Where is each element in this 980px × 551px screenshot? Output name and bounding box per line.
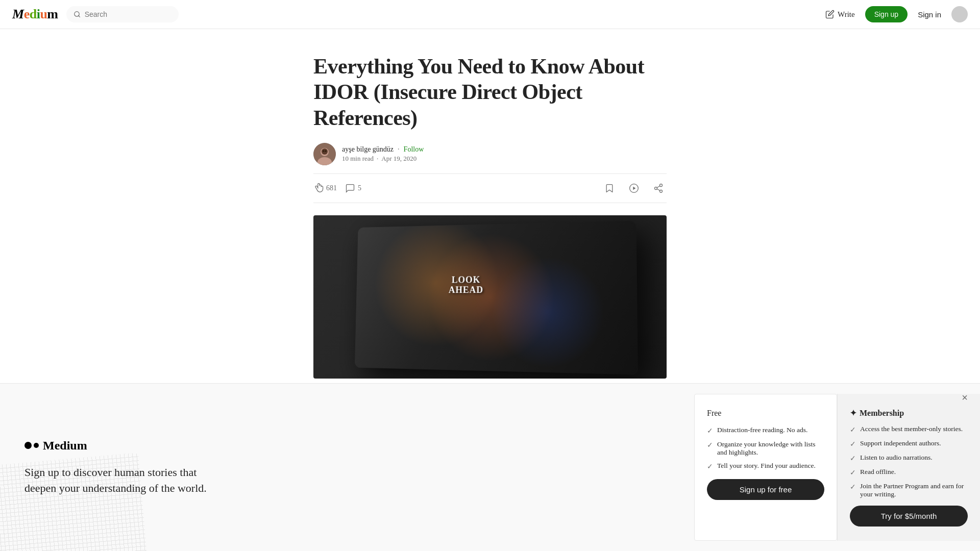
- read-time: 10 min read: [342, 155, 374, 163]
- svg-point-7: [325, 151, 327, 152]
- author-name-row: ayşe bilge gündüz · Follow: [342, 145, 424, 154]
- follow-button[interactable]: Follow: [404, 145, 424, 154]
- search-icon: [74, 10, 81, 18]
- play-icon: [629, 183, 639, 193]
- author-row: ayşe bilge gündüz · Follow 10 min read ·…: [313, 143, 667, 165]
- signup-button[interactable]: Sign up: [865, 6, 908, 22]
- medium-logo[interactable]: Medium: [12, 7, 58, 22]
- article-hero-image: LOOKAHEAD: [313, 215, 667, 379]
- share-icon: [653, 183, 664, 193]
- svg-point-10: [660, 184, 663, 187]
- author-avatar[interactable]: [313, 143, 336, 165]
- author-name[interactable]: ayşe bilge gündüz: [342, 145, 394, 154]
- author-avatar-img: [313, 143, 336, 165]
- main-content: Everything You Need to Know About IDOR (…: [301, 29, 679, 379]
- svg-line-13: [657, 189, 660, 190]
- comment-icon: [345, 183, 355, 193]
- svg-marker-9: [633, 187, 635, 190]
- comment-count: 5: [358, 184, 361, 192]
- svg-point-11: [655, 187, 657, 190]
- look-ahead-text: LOOKAHEAD: [449, 275, 483, 295]
- save-action[interactable]: [601, 180, 618, 196]
- signin-button[interactable]: Sign in: [918, 10, 941, 19]
- search-input[interactable]: [85, 10, 172, 18]
- svg-point-6: [323, 151, 325, 152]
- action-bar: 681 5: [313, 173, 667, 203]
- svg-point-12: [660, 190, 663, 193]
- search-box[interactable]: [66, 6, 179, 22]
- save-icon: [604, 183, 615, 193]
- clap-count: 681: [326, 184, 337, 192]
- write-icon: [825, 10, 835, 19]
- header-right: Write Sign up Sign in: [825, 6, 968, 22]
- header-left: Medium: [12, 6, 179, 22]
- publish-date: Apr 19, 2020: [381, 155, 416, 163]
- comment-action[interactable]: 5: [345, 183, 361, 193]
- write-label: Write: [838, 10, 855, 19]
- share-action[interactable]: [650, 180, 667, 196]
- listen-action[interactable]: [626, 180, 642, 196]
- meta-dot: ·: [377, 155, 378, 163]
- article-meta: 10 min read · Apr 19, 2020: [342, 155, 424, 163]
- clap-icon: [313, 183, 324, 193]
- clap-action[interactable]: 681: [313, 183, 337, 193]
- svg-line-14: [657, 186, 660, 188]
- image-placeholder: LOOKAHEAD: [313, 215, 667, 379]
- action-left: 681 5: [313, 183, 361, 193]
- author-info: ayşe bilge gündüz · Follow 10 min read ·…: [342, 145, 424, 163]
- action-right: [601, 180, 667, 196]
- author-separator: ·: [398, 145, 400, 154]
- avatar[interactable]: [951, 6, 968, 22]
- sticker-overlay: [355, 221, 638, 375]
- svg-line-1: [78, 16, 80, 17]
- article-title: Everything You Need to Know About IDOR (…: [313, 54, 667, 131]
- svg-point-5: [322, 148, 328, 155]
- phone-visual: LOOKAHEAD: [355, 221, 638, 375]
- header: Medium Write Sign up Sign in: [0, 0, 980, 29]
- write-button[interactable]: Write: [825, 10, 855, 19]
